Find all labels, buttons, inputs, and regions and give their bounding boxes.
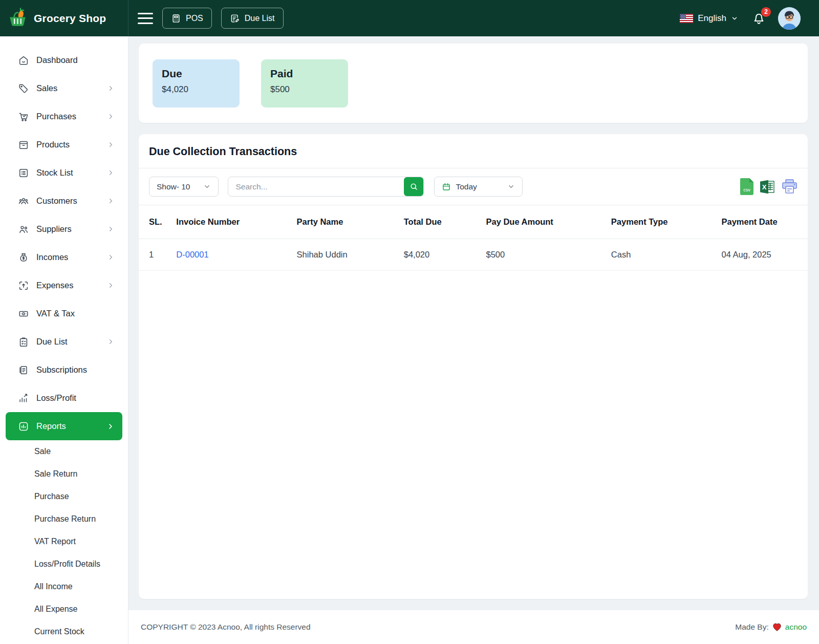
user-avatar[interactable]	[778, 7, 801, 30]
date-filter-select[interactable]: Today	[434, 177, 523, 197]
app-title: Grocery Shop	[34, 12, 106, 25]
search-box	[228, 177, 424, 197]
language-selector[interactable]: English	[680, 13, 738, 24]
sidebar-subitem-sale[interactable]: Sale	[0, 440, 128, 463]
cell-total-due: $4,020	[400, 239, 482, 271]
sidebar-subitem-loss-profit-details[interactable]: Loss/Profit Details	[0, 553, 128, 575]
chevron-right-icon	[107, 141, 115, 148]
sidebar-item-purchases[interactable]: Purchases	[6, 102, 122, 131]
sidebar-item-stock-list[interactable]: Stock List	[6, 159, 122, 187]
subitem-label: Purchase	[34, 492, 69, 501]
sidebar-subitem-purchase-return[interactable]: Purchase Return	[0, 508, 128, 530]
sidebar-subitem-all-income[interactable]: All Income	[0, 575, 128, 598]
price-tag-icon	[18, 83, 29, 94]
sidebar-item-subscriptions[interactable]: Subscriptions	[6, 356, 122, 384]
grocery-basket-logo-icon	[7, 8, 29, 29]
sidebar-item-customers[interactable]: Customers	[6, 187, 122, 215]
sidebar-item-label: Purchases	[36, 112, 76, 121]
search-button[interactable]	[404, 177, 423, 196]
sidebar-item-vat-tax[interactable]: VAT & Tax	[6, 299, 122, 328]
sidebar-item-label: Loss/Profit	[36, 393, 76, 403]
search-icon	[409, 182, 419, 191]
sidebar-item-due-list[interactable]: Due List	[6, 328, 122, 356]
sidebar-subitem-purchase[interactable]: Purchase	[0, 485, 128, 508]
search-input[interactable]	[228, 177, 424, 197]
sidebar-item-label: Sales	[36, 83, 57, 93]
sidebar-item-label: Incomes	[36, 252, 68, 262]
chevron-right-icon	[107, 225, 115, 233]
brand[interactable]: Grocery Shop	[0, 0, 128, 36]
customers-group-icon	[18, 196, 29, 207]
print-icon[interactable]	[782, 179, 798, 194]
chevron-down-icon	[507, 183, 515, 190]
sidebar-item-sales[interactable]: Sales	[6, 74, 122, 102]
sidebar-item-products[interactable]: Products	[6, 131, 122, 159]
shopping-cart-icon	[18, 111, 29, 122]
pos-button[interactable]: POS	[162, 8, 212, 29]
chevron-right-icon	[107, 113, 115, 120]
chevron-right-icon	[107, 253, 115, 261]
product-box-icon	[18, 139, 29, 151]
calculator-icon	[171, 13, 181, 24]
sidebar-subitem-sale-return[interactable]: Sale Return	[0, 463, 128, 485]
cell-invoice-number: D-00001	[172, 239, 292, 271]
notification-count-badge: 2	[761, 7, 771, 17]
paid-summary-card: Paid $500	[261, 59, 348, 108]
invoice-link[interactable]: D-00001	[176, 250, 208, 259]
made-by-brand-link[interactable]: acnoo	[785, 622, 807, 632]
export-csv-icon[interactable]: csv	[740, 178, 753, 195]
cell-party-name: Shihab Uddin	[293, 239, 400, 271]
us-flag-icon	[680, 14, 693, 23]
chevron-right-icon	[106, 422, 115, 431]
due-list-button[interactable]: Due List	[221, 8, 284, 29]
sidebar-item-reports[interactable]: Reports	[6, 412, 122, 440]
chevron-down-icon	[203, 183, 211, 190]
sidebar-item-suppliers[interactable]: Suppliers	[6, 215, 122, 243]
growth-chart-icon	[18, 393, 29, 404]
footer: COPYRIGHT © 2023 Acnoo, All rights Reser…	[128, 610, 819, 644]
sidebar-subitem-all-expense[interactable]: All Expense	[0, 598, 128, 620]
subitem-label: Current Stock	[34, 627, 84, 636]
suppliers-icon	[18, 224, 29, 235]
col-party-name: Party Name	[293, 205, 400, 239]
chevron-right-icon	[107, 169, 115, 177]
banknote-icon	[18, 308, 29, 319]
chevron-down-icon	[731, 15, 738, 22]
chevron-right-icon	[107, 197, 115, 205]
sidebar-item-expenses[interactable]: Expenses	[6, 271, 122, 299]
sidebar-item-dashboard[interactable]: Dashboard	[6, 46, 122, 74]
sidebar-item-label: Products	[36, 140, 70, 149]
sidebar-subitem-current-stock[interactable]: Current Stock	[0, 620, 128, 643]
svg-text:csv: csv	[743, 187, 750, 192]
reports-bar-chart-icon	[18, 421, 29, 432]
chevron-right-icon	[107, 282, 115, 289]
notifications-button[interactable]: 2	[751, 10, 767, 27]
sidebar-item-loss-profit[interactable]: Loss/Profit	[6, 384, 122, 412]
main-content: Due $4,020 Paid $500 Due Collection Tran…	[128, 36, 819, 644]
col-invoice-number: Invoice Number	[172, 205, 292, 239]
sidebar-subitem-vat-report[interactable]: VAT Report	[0, 530, 128, 553]
table-controls: Show- 10 Today	[139, 168, 808, 205]
export-excel-icon[interactable]: X	[760, 180, 775, 194]
sidebar-item-label: Customers	[36, 196, 77, 206]
paid-card-amount: $500	[270, 84, 348, 95]
sidebar-item-label: Reports	[36, 421, 66, 431]
subitem-label: Loss/Profit Details	[34, 560, 100, 569]
subitem-label: All Income	[34, 582, 73, 591]
col-total-due: Total Due	[400, 205, 482, 239]
subitem-label: All Expense	[34, 605, 78, 614]
due-list-button-label: Due List	[245, 14, 275, 23]
col-payment-type: Payment Type	[607, 205, 718, 239]
cell-pay-due-amount: $500	[482, 239, 607, 271]
hamburger-menu-icon[interactable]	[138, 13, 153, 24]
sidebar-item-label: Dashboard	[36, 55, 78, 65]
svg-text:X: X	[762, 183, 767, 191]
table-header-row: SL. Invoice Number Party Name Total Due …	[139, 205, 808, 239]
sidebar-item-label: Stock List	[36, 168, 73, 178]
sidebar-item-label: Subscriptions	[36, 365, 87, 375]
language-label: English	[698, 13, 726, 24]
subitem-label: Sale	[34, 447, 51, 456]
sidebar-item-incomes[interactable]: Incomes	[6, 243, 122, 271]
show-entries-select[interactable]: Show- 10	[149, 177, 219, 197]
col-pay-due-amount: Pay Due Amount	[482, 205, 607, 239]
